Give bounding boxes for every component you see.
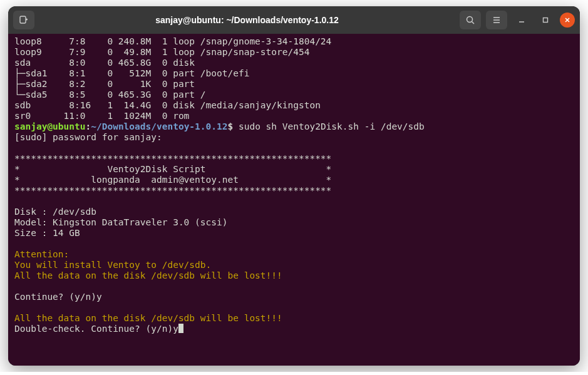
svg-line-2 (472, 22, 475, 24)
window-title: sanjay@ubuntu: ~/Downloads/ventoy-1.0.12 (38, 15, 456, 25)
lsblk-row: sda 8:0 0 465.8G 0 disk (14, 58, 200, 68)
warning-line: Attention: (14, 249, 69, 259)
hamburger-icon (492, 15, 502, 25)
lsblk-row: loop9 7:9 0 49.8M 1 loop /snap/snap-stor… (14, 47, 309, 57)
lsblk-row: ├─sda1 8:1 0 512M 0 part /boot/efi (14, 68, 249, 78)
doublecheck-prompt: Double-check. Continue? (y/n)y (14, 324, 178, 334)
banner-line: * longpanda admin@ventoy.net * (14, 175, 331, 185)
warning-line: All the data on the disk /dev/sdb will b… (14, 270, 282, 280)
prompt-user: sanjay@ubuntu (14, 121, 86, 131)
maximize-icon (542, 16, 549, 24)
lsblk-row: sdb 8:16 1 14.4G 0 disk /media/sanjay/ki… (14, 100, 321, 110)
terminal-body[interactable]: loop8 7:8 0 240.8M 1 loop /snap/gnome-3-… (8, 34, 580, 366)
menu-button[interactable] (486, 11, 507, 29)
lsblk-row: sr0 11:0 1 1024M 0 rom (14, 111, 200, 121)
banner-line: ****************************************… (14, 153, 331, 163)
cursor (178, 324, 183, 333)
new-tab-button[interactable] (13, 11, 34, 29)
lsblk-row: ├─sda2 8:2 0 1K 0 part (14, 79, 200, 89)
lsblk-row: └─sda5 8:5 0 465.3G 0 part / (14, 90, 206, 100)
continue-prompt: Continue? (y/n)y (14, 292, 102, 302)
svg-rect-7 (544, 18, 548, 23)
banner-line: * Ventoy2Disk Script * (14, 164, 331, 174)
terminal-window: sanjay@ubuntu: ~/Downloads/ventoy-1.0.12 (8, 6, 580, 366)
minimize-icon (518, 16, 525, 24)
svg-point-1 (467, 17, 473, 23)
command-text: sudo sh Ventoy2Disk.sh -i /dev/sdb (239, 121, 425, 131)
minimize-button[interactable] (512, 13, 531, 28)
close-button[interactable] (560, 13, 575, 28)
warning-line: All the data on the disk /dev/sdb will b… (14, 313, 282, 323)
search-icon (465, 15, 475, 25)
warning-line: You will install Ventoy to /dev/sdb. (14, 260, 211, 270)
prompt-sep: : (86, 121, 91, 131)
svg-rect-0 (20, 16, 26, 23)
maximize-button[interactable] (536, 13, 555, 28)
disk-info: Size : 14 GB (14, 228, 80, 238)
prompt-symbol: $ (227, 121, 233, 131)
banner-line: ****************************************… (14, 185, 331, 195)
new-tab-icon (19, 15, 29, 25)
sudo-prompt: [sudo] password for sanjay: (14, 132, 167, 142)
disk-info: Disk : /dev/sdb (14, 207, 96, 217)
disk-info: Model: Kingston DataTraveler 3.0 (scsi) (14, 217, 227, 227)
close-icon (564, 16, 571, 24)
lsblk-row: loop8 7:8 0 240.8M 1 loop /snap/gnome-3-… (14, 36, 331, 46)
search-button[interactable] (460, 11, 481, 29)
titlebar: sanjay@ubuntu: ~/Downloads/ventoy-1.0.12 (8, 6, 580, 34)
prompt-path: ~/Downloads/ventoy-1.0.12 (91, 121, 227, 131)
